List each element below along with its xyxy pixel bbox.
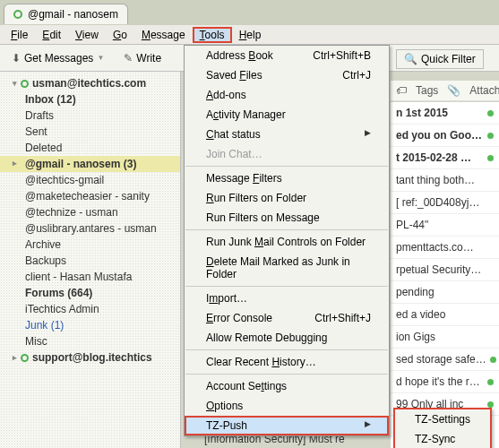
folder-item[interactable]: Misc [0,333,180,349]
menu-file[interactable]: File [4,27,35,43]
dropdown-caret-icon: ▼ [97,54,104,62]
account-row[interactable]: ▾ usman@itechtics.com [0,75,180,91]
menu-item-clear-recent-history[interactable]: Clear Recent History… [185,352,389,372]
folder-item[interactable]: Deleted [0,140,180,156]
message-row[interactable]: ion Gigs [391,326,499,349]
message-subject: sed storage safe… [396,353,486,366]
message-row[interactable]: pending [391,281,499,304]
menu-go[interactable]: Go [106,27,134,43]
menu-item-label: Run Junk Mail Controls on Folder [206,236,366,248]
message-subject: d hope it's the r… [396,375,480,388]
message-row[interactable]: PL-44" [391,214,499,237]
tab-title: @gmail - nanosem [28,8,118,21]
folder-item[interactable]: @itechtics-gmail [0,172,180,188]
folder-item[interactable]: @technize - usman [0,204,180,220]
folder-item[interactable]: Sent [0,124,180,140]
menu-item-run-filters-on-message[interactable]: Run Filters on Message [185,208,389,228]
menu-item-label: Message Filters [206,172,282,185]
menu-separator [185,229,388,230]
menu-item-run-junk-mail-controls-on-folder[interactable]: Run Junk Mail Controls on Folder [185,232,389,252]
menu-item-run-filters-on-folder[interactable]: Run Filters on Folder [185,188,389,208]
menu-item-message-filters[interactable]: Message Filters [185,168,389,188]
get-messages-label: Get Messages [24,52,93,65]
message-row[interactable]: t 2015-02-28 … [391,147,499,169]
menu-item-chat-status[interactable]: Chat status▶ [185,125,389,144]
menu-item-label: Activity Manager [206,108,286,121]
menu-message[interactable]: Message [134,27,193,43]
menu-item-label: Allow Remote Debugging [206,332,327,344]
submenu-item-tz-settings[interactable]: TZ-Settings [395,409,490,429]
menu-item-add-ons[interactable]: Add-ons [185,85,389,105]
message-list: n 1st 2015ed you on Goo…t 2015-02-28 …ta… [391,102,499,448]
quick-filter-button[interactable]: 🔍 Quick Filter [396,49,484,69]
download-icon: ⬇ [12,52,21,65]
folder-item[interactable]: Archive [0,237,180,253]
message-row[interactable]: pmenttacts.co… [391,237,499,259]
folder-item[interactable]: @uslibrary.antares - usman [0,220,180,237]
message-row[interactable]: tant thing both… [391,169,499,192]
tags-label[interactable]: Tags [416,84,438,97]
folder-item[interactable]: Forums (664) [0,285,180,301]
status-ring-icon [21,80,29,88]
unread-dot-icon [487,110,494,116]
message-row[interactable]: n 1st 2015 [391,102,499,125]
message-subject: n 1st 2015 [396,107,448,119]
message-subject: PL-44" [396,219,428,231]
unread-dot-icon [487,155,494,161]
menu-item-label: Delete Mail Marked as Junk in Folder [206,255,371,280]
menu-item-label: Saved Files [206,69,262,82]
search-icon: 🔍 [404,53,417,65]
menu-item-label: Join Chat… [206,148,262,160]
submenu-arrow-icon: ▶ [365,128,371,141]
menu-tools[interactable]: Tools [193,27,232,43]
status-ring-icon [13,10,22,19]
menu-item-label: Account Settings [206,380,287,392]
message-row[interactable]: sed storage safe… [391,349,499,371]
write-button[interactable]: ✎ Write [117,48,168,68]
menu-item-delete-mail-marked-as-junk-in-folder[interactable]: Delete Mail Marked as Junk in Folder [185,252,389,284]
message-row[interactable]: ed you on Goo… [391,125,499,147]
message-row[interactable]: rpetual Security… [391,259,499,281]
message-row[interactable]: ed a video [391,304,499,326]
folder-item[interactable]: ▸@gmail - nanosem (3) [0,156,180,172]
menu-item-saved-files[interactable]: Saved FilesCtrl+J [185,65,389,85]
menu-item-import[interactable]: Import… [185,289,389,308]
tab-bar: @gmail - nanosem [0,0,499,25]
account-label: support@blog.itechtics [32,351,152,364]
menu-item-options[interactable]: Options [185,396,389,416]
folder-item[interactable]: iTechtics Admin [0,301,180,317]
menu-item-error-console[interactable]: Error ConsoleCtrl+Shift+J [185,308,389,328]
account-row[interactable]: ▸ support@blog.itechtics [0,349,180,366]
message-row[interactable]: [ ref:_00D408yj… [391,192,499,214]
menu-view[interactable]: View [68,27,106,43]
folder-item[interactable]: client - Hasan Mustafa [0,269,180,285]
folder-tree: ▾ usman@itechtics.comInbox (12)DraftsSen… [0,72,181,448]
folder-item[interactable]: @maketecheasier - sanity [0,188,180,204]
menu-edit[interactable]: Edit [35,27,68,43]
folder-item[interactable]: Inbox (12) [0,91,180,108]
menu-item-label: Run Filters on Folder [206,192,306,204]
submenu-item-tz-sync[interactable]: TZ-Sync [395,429,490,448]
menu-item-tz-push[interactable]: TZ-Push▶ [185,416,389,435]
menu-item-label: TZ-Push [206,419,247,432]
folder-item[interactable]: Backups [0,253,180,269]
menu-separator [185,286,388,287]
menu-item-label: Import… [206,292,247,305]
tzpush-submenu: TZ-SettingsTZ-Sync [393,408,492,448]
menu-help[interactable]: Help [232,27,269,43]
message-subject: ed you on Goo… [396,129,482,142]
menu-separator [185,166,388,167]
browser-tab[interactable]: @gmail - nanosem [4,4,128,24]
get-messages-button[interactable]: ⬇ Get Messages ▼ [5,48,110,68]
folder-item[interactable]: Drafts [0,108,180,124]
message-row[interactable]: d hope it's the r… [391,371,499,393]
menu-item-address-book[interactable]: Address BookCtrl+Shift+B [185,46,389,65]
message-subject: ion Gigs [396,331,435,343]
menu-item-allow-remote-debugging[interactable]: Allow Remote Debugging [185,328,389,348]
message-subject: pmenttacts.co… [396,241,474,254]
menu-item-account-settings[interactable]: Account Settings [185,376,389,396]
folder-item[interactable]: Junk (1) [0,317,180,333]
account-label: usman@itechtics.com [32,77,146,90]
attachment-label[interactable]: Attachmen [469,84,499,97]
menu-item-activity-manager[interactable]: Activity Manager [185,105,389,125]
